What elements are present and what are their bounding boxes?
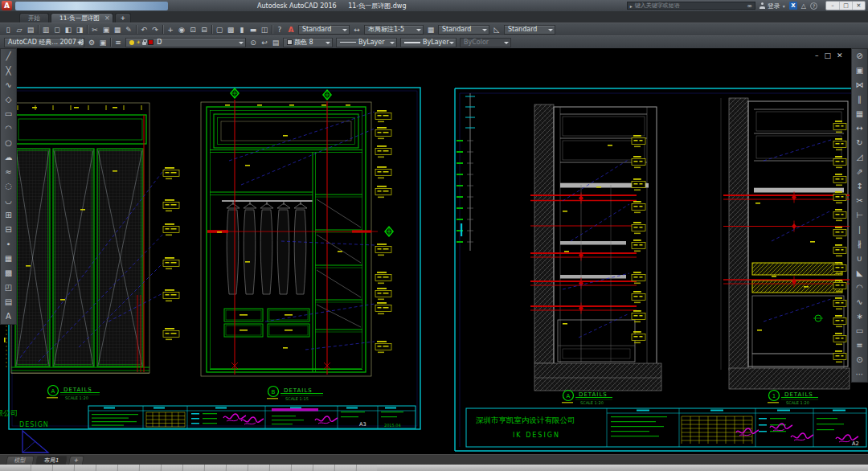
insert-block-icon[interactable]: ⊞ xyxy=(1,208,16,223)
status-toggle[interactable] xyxy=(139,465,160,471)
mleader-style-icon[interactable]: ◺ xyxy=(491,24,502,35)
workspace-save-icon[interactable]: ▣ xyxy=(97,37,108,48)
search-icon[interactable]: ∞ xyxy=(747,2,752,10)
explode-icon[interactable]: ∗ xyxy=(852,309,867,324)
layer-on-icon[interactable] xyxy=(129,40,134,45)
multiline-text-icon[interactable]: A xyxy=(1,309,16,324)
zoom-realtime-icon[interactable]: ◉ xyxy=(176,24,187,35)
model-tab[interactable]: 模型 xyxy=(6,456,35,465)
rectangle-icon[interactable]: ▭ xyxy=(1,107,16,121)
zoom-previous-icon[interactable]: ⊟ xyxy=(199,24,210,35)
zoom-window-icon[interactable]: ⊡ xyxy=(187,24,199,35)
search-input[interactable]: ▸ 键入关键字或短语 ∞ xyxy=(627,2,755,10)
drawing-canvas[interactable]: ADETAILSSCALE 1:20BDETAILSSCALE 1:15A320… xyxy=(0,48,868,454)
tab-start[interactable]: 开始 xyxy=(19,13,49,23)
spline-icon[interactable]: ≈ xyxy=(1,165,16,179)
exchange-apps-icon[interactable]: X xyxy=(789,2,797,10)
rotate-icon[interactable]: ↻ xyxy=(852,136,867,150)
make-object-layer-current-icon[interactable]: ⊙ xyxy=(248,37,259,48)
layer-previous-icon[interactable]: ↩ xyxy=(259,37,270,48)
tool-palettes-icon[interactable]: ▮ xyxy=(236,24,248,35)
line-icon[interactable]: ╱ xyxy=(1,49,16,63)
text-style-combo[interactable]: Standard xyxy=(298,25,350,35)
move-icon[interactable]: ↔ xyxy=(852,121,867,136)
quick-access-toolbar[interactable] xyxy=(15,2,168,10)
properties-icon[interactable]: ▢ xyxy=(214,24,225,35)
publish-icon[interactable]: ◧ xyxy=(63,24,74,35)
ellipse-arc-icon[interactable]: ◡ xyxy=(1,194,16,208)
new-file-icon[interactable]: ▯ xyxy=(2,24,14,35)
blend-icon[interactable]: ∿ xyxy=(852,295,867,309)
color-combo[interactable]: 颜色 8 xyxy=(283,38,333,47)
measure-icon[interactable]: ⋯ xyxy=(852,367,867,382)
sign-in-button[interactable]: 登录 ▾ xyxy=(760,2,785,10)
join-icon[interactable]: ∪ xyxy=(852,252,867,266)
circle-icon[interactable]: ○ xyxy=(1,136,16,150)
match-properties-icon[interactable]: ✎ xyxy=(123,24,134,35)
layer-combo[interactable]: ☀ D xyxy=(125,38,246,47)
status-toggle[interactable] xyxy=(161,465,182,471)
copy-clip-icon[interactable]: ▣ xyxy=(100,24,112,35)
group-icon[interactable]: ▭ xyxy=(852,324,867,338)
offset-icon[interactable]: ∥ xyxy=(852,92,867,107)
new-tab-button[interactable]: + xyxy=(115,13,131,23)
layer-states-icon[interactable]: ▤ xyxy=(270,37,281,48)
drawing-area[interactable]: ADETAILSSCALE 1:20BDETAILSSCALE 1:15A320… xyxy=(0,48,868,454)
pan-icon[interactable]: + xyxy=(165,24,176,35)
tab-close-icon[interactable]: × xyxy=(104,14,110,23)
table-style-combo[interactable]: Standard xyxy=(438,25,489,35)
region-icon[interactable]: ◰ xyxy=(1,281,16,295)
status-toggle[interactable] xyxy=(334,465,355,471)
viewport-minimize-button[interactable]: – xyxy=(815,51,819,59)
status-toggle[interactable] xyxy=(117,465,138,471)
layer-properties-manager-icon[interactable]: ≡ xyxy=(113,37,124,48)
construction-line-icon[interactable]: ╳ xyxy=(1,63,16,78)
status-toggle[interactable] xyxy=(226,465,247,471)
scale-icon[interactable]: ◿ xyxy=(852,150,867,165)
workspace-settings-icon[interactable]: ⚙ xyxy=(86,37,97,48)
polyline-icon[interactable]: ∿ xyxy=(1,78,16,92)
chamfer-icon[interactable]: ◣ xyxy=(852,266,867,281)
dim-style-icon[interactable]: ↔ xyxy=(351,24,362,35)
add-layout-button[interactable]: + xyxy=(68,456,84,465)
sheet-set-manager-icon[interactable]: ▬ xyxy=(248,24,259,35)
layout1-tab[interactable]: 布局1 xyxy=(35,456,68,465)
tab-document[interactable]: 11-负一层详图 × xyxy=(51,13,113,23)
stretch-icon[interactable]: ⇗ xyxy=(852,165,867,179)
status-toggle[interactable] xyxy=(182,465,203,471)
mirror-icon[interactable]: ⋈ xyxy=(852,78,867,92)
undo-icon[interactable]: ↶ xyxy=(138,24,149,35)
paste-icon[interactable]: ▦ xyxy=(112,24,123,35)
status-toggle[interactable] xyxy=(96,465,117,471)
point-icon[interactable]: ∙ xyxy=(1,237,16,252)
fillet-icon[interactable]: ◠ xyxy=(852,281,867,295)
status-toggle[interactable] xyxy=(313,465,334,471)
extend-icon[interactable]: ⊢ xyxy=(852,208,867,223)
lineweight-combo[interactable]: ByLayer xyxy=(400,38,457,47)
layer-lock-icon[interactable] xyxy=(142,42,146,45)
save-file-icon[interactable]: ▤ xyxy=(25,24,36,35)
mleader-style-combo[interactable]: Standard xyxy=(504,25,555,35)
status-toggle[interactable] xyxy=(291,465,312,471)
linetype-combo[interactable]: ByLayer xyxy=(336,38,397,47)
table-style-icon[interactable]: ▦ xyxy=(425,24,436,35)
polygon-icon[interactable]: ◇ xyxy=(1,92,16,107)
window-minimize-button[interactable]: – xyxy=(826,2,839,10)
layer-thaw-icon[interactable]: ☀ xyxy=(136,39,141,47)
create-block-icon[interactable]: ⊟ xyxy=(1,223,16,237)
cut-icon[interactable]: ✂ xyxy=(89,24,100,35)
gradient-icon[interactable]: ▩ xyxy=(1,266,16,281)
lengthen-icon[interactable]: ↕ xyxy=(852,179,867,194)
trim-icon[interactable]: ✂ xyxy=(852,194,867,208)
erase-icon[interactable]: ⊘ xyxy=(852,49,867,63)
etransmit-icon[interactable]: ◨ xyxy=(74,24,85,35)
table-icon[interactable]: ▤ xyxy=(1,295,16,309)
status-toggle[interactable] xyxy=(31,465,51,471)
status-toggle[interactable] xyxy=(52,465,73,471)
hatch-icon[interactable]: ▦ xyxy=(1,252,16,266)
search-options-icon[interactable]: ▸ xyxy=(630,3,633,9)
array-icon[interactable]: ▦ xyxy=(852,107,867,121)
plot-preview-icon[interactable]: ◻ xyxy=(51,24,63,35)
help-icon[interactable]: ? xyxy=(274,24,285,35)
status-toggle[interactable] xyxy=(74,465,95,471)
